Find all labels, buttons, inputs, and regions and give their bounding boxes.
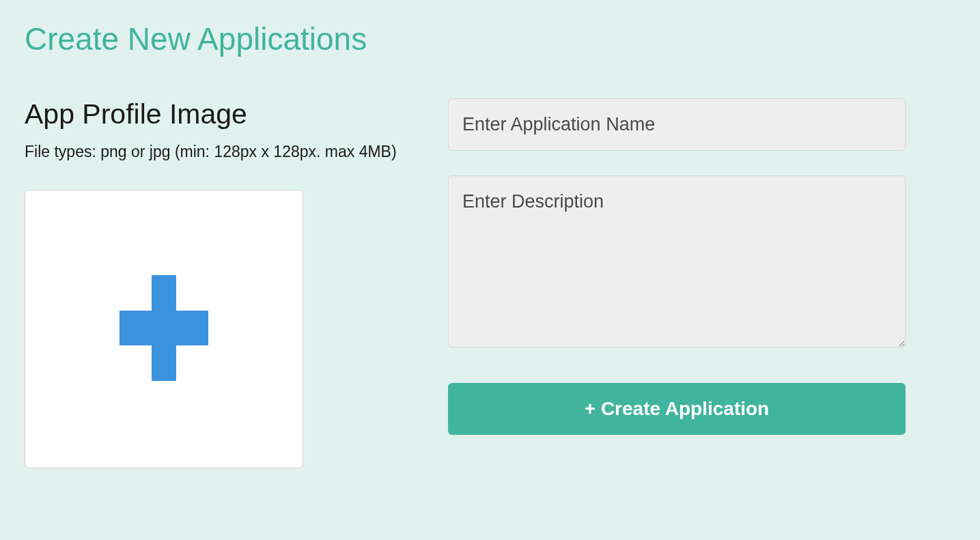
svg-rect-1 <box>120 311 208 345</box>
page-title: Create New Applications <box>25 20 955 57</box>
image-upload-section: App Profile Image File types: png or jpg… <box>25 98 407 468</box>
image-section-hint: File types: png or jpg (min: 128px x 128… <box>25 141 407 162</box>
form-section: + Create Application <box>448 98 906 468</box>
create-application-button[interactable]: + Create Application <box>448 383 906 435</box>
application-name-input[interactable] <box>448 98 906 151</box>
image-upload-box[interactable] <box>25 190 303 468</box>
content-wrapper: App Profile Image File types: png or jpg… <box>25 98 955 468</box>
image-section-heading: App Profile Image <box>25 98 407 130</box>
application-description-textarea[interactable] <box>448 175 906 347</box>
plus-icon <box>120 275 208 384</box>
